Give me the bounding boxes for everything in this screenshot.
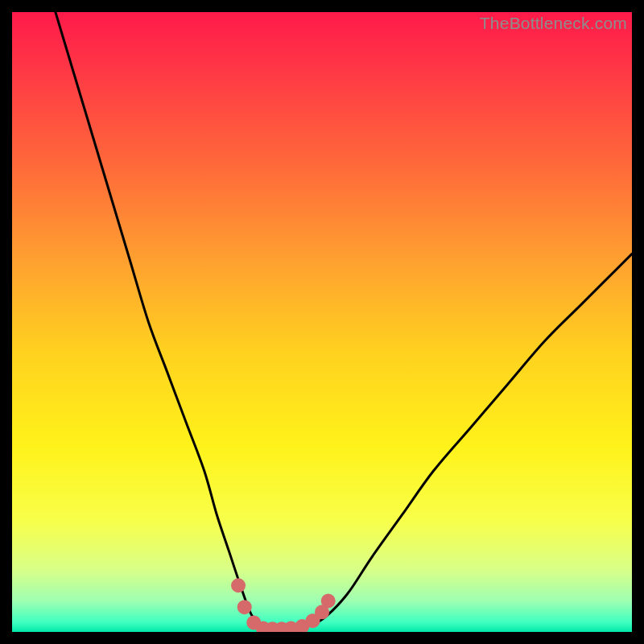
gradient-background xyxy=(12,12,632,632)
bottom-dot xyxy=(237,600,252,614)
bottom-dot xyxy=(321,594,336,609)
bottleneck-chart xyxy=(12,12,632,632)
chart-frame: TheBottleneck.com xyxy=(12,12,632,632)
bottom-dot xyxy=(231,578,246,592)
watermark-text: TheBottleneck.com xyxy=(480,14,627,33)
